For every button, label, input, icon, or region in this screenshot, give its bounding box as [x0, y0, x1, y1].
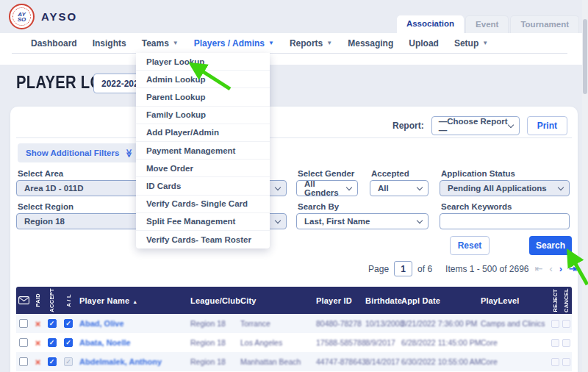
col-header-league-club[interactable]: League/Club	[189, 296, 239, 305]
league-club-cell: Region 18	[189, 357, 239, 366]
al-checkbox[interactable]: ✓	[64, 357, 73, 366]
search-button[interactable]: Search	[529, 236, 572, 255]
nav-item-dashboard[interactable]: Dashboard	[31, 38, 77, 49]
scrollbar-thumb[interactable]	[583, 19, 587, 94]
tab-tournament[interactable]: Tournament	[510, 15, 579, 33]
nav-item-players-admins[interactable]: Players / Admins▼	[194, 38, 274, 49]
table-row: × ✓ ✓ Abata, Noelle Region 18 Los Angele…	[16, 333, 572, 352]
accept-checkbox[interactable]: ✓	[48, 338, 57, 347]
double-chevron-down-icon: ≫	[125, 149, 135, 157]
filters-panel: Report: —Choose Report— Print Show Addit…	[10, 107, 578, 372]
reject-checkbox[interactable]	[551, 339, 559, 347]
search-by-label: Search By	[298, 202, 339, 211]
pagination: Page of 6 Items 1 - 500 of 2696 ⇤ ‹ › ⇥	[368, 261, 578, 276]
row-select-checkbox[interactable]	[19, 319, 28, 328]
scrollbar-track[interactable]	[582, 0, 588, 372]
search-keywords-input[interactable]	[440, 213, 570, 229]
col-header-appl-date[interactable]: Appl Date	[400, 296, 479, 305]
reject-checkbox[interactable]	[551, 320, 559, 328]
page-count: of 6	[417, 264, 432, 274]
application-status-label: Application Status	[441, 169, 515, 178]
menu-item-verify-cards-roster[interactable]: Verify Cards- Team Roster	[136, 231, 270, 248]
accepted-dropdown[interactable]: All	[370, 180, 429, 196]
col-header-player-id[interactable]: Player ID	[315, 296, 364, 305]
search-by-dropdown[interactable]: Last, First Name	[296, 213, 429, 229]
nav-item-messaging[interactable]: Messaging	[348, 38, 393, 49]
reset-button[interactable]: Reset	[450, 236, 490, 255]
menu-item-player-lookup[interactable]: Player Lookup	[136, 53, 270, 71]
tab-association[interactable]: Association	[397, 15, 464, 33]
report-select[interactable]: —Choose Report—	[431, 116, 520, 135]
al-checkbox[interactable]: ✓	[64, 319, 73, 328]
menu-item-payment-management[interactable]: Payment Management	[136, 142, 270, 160]
page-label: Page	[368, 264, 389, 274]
chevron-down-icon	[417, 184, 423, 190]
players-admins-dropdown-menu: Player Lookup Admin Lookup Parent Lookup…	[136, 53, 270, 248]
mode-tabs: Association Event Tournament	[397, 15, 579, 33]
city-cell: Manhattan Beach	[239, 357, 315, 366]
menu-item-split-fee-management[interactable]: Split Fee Management	[136, 213, 270, 231]
report-label: Report:	[392, 121, 424, 131]
al-checkbox[interactable]: ✓	[64, 338, 73, 347]
application-status-dropdown[interactable]: Pending All Applications	[440, 180, 570, 196]
col-header-cancel[interactable]: CANCEL	[563, 288, 570, 312]
col-header-paid[interactable]: PAID	[35, 293, 41, 307]
col-header-playlevel[interactable]: PlayLevel	[479, 296, 549, 305]
menu-item-id-cards[interactable]: ID Cards	[136, 177, 270, 195]
cancel-checkbox[interactable]	[562, 358, 570, 366]
menu-item-family-lookup[interactable]: Family Lookup	[136, 107, 270, 124]
ayso-logo-text: AYSO	[18, 12, 26, 22]
menu-item-add-player-admin[interactable]: Add Player/Admin	[136, 124, 270, 142]
menu-item-move-order[interactable]: Move Order	[136, 160, 270, 177]
ayso-logo-icon: AYSO	[9, 4, 35, 29]
cancel-checkbox[interactable]	[562, 339, 570, 347]
menu-item-parent-lookup[interactable]: Parent Lookup	[136, 88, 270, 106]
nav-item-upload[interactable]: Upload	[409, 38, 439, 49]
next-page-icon[interactable]: ›	[559, 264, 563, 273]
col-header-player-name[interactable]: Player Name▲	[78, 296, 189, 305]
col-header-reject[interactable]: REJECT	[552, 289, 559, 312]
player-name-link[interactable]: Abata, Noelle	[78, 338, 189, 347]
prev-page-icon[interactable]: ‹	[548, 264, 553, 273]
city-cell: Los Angeles	[239, 338, 315, 347]
tab-event[interactable]: Event	[465, 15, 509, 33]
nav-item-setup[interactable]: Setup▼	[454, 38, 488, 49]
envelope-icon[interactable]	[18, 296, 29, 304]
row-select-checkbox[interactable]	[19, 338, 28, 347]
col-header-accept[interactable]: ACCEPT	[49, 288, 55, 312]
cancel-checkbox[interactable]	[562, 320, 570, 328]
accept-checkbox[interactable]: ✓	[48, 357, 57, 366]
reject-checkbox[interactable]	[551, 358, 559, 366]
nav-item-insights[interactable]: Insights	[93, 38, 126, 49]
select-region-label: Select Region	[18, 202, 74, 211]
player-id-cell: 17588-585788	[315, 338, 364, 347]
nav-item-reports[interactable]: Reports▼	[290, 38, 332, 49]
page-number-input[interactable]	[394, 261, 412, 276]
last-page-icon[interactable]: ⇥	[568, 264, 578, 273]
menu-item-admin-lookup[interactable]: Admin Lookup	[136, 71, 270, 88]
nav-item-teams[interactable]: Teams▼	[142, 38, 179, 49]
col-header-birthdate[interactable]: Birthdate	[364, 296, 400, 305]
city-cell: Torrance	[239, 319, 315, 328]
show-additional-filters-button[interactable]: Show Additional Filters ≫	[18, 143, 142, 162]
chevron-down-icon	[558, 184, 564, 190]
player-name-link[interactable]: Abad, Olive	[78, 319, 189, 328]
player-name-link[interactable]: Abdelmalek, Anthony	[78, 357, 189, 366]
ayso-logo-ring: AYSO	[12, 7, 31, 26]
first-page-icon[interactable]: ⇤	[534, 264, 544, 273]
appl-date-cell: 6/28/2022 11:45:00 PM	[400, 338, 479, 347]
player-id-cell: 44747-878643	[315, 357, 364, 366]
print-button[interactable]: Print	[527, 116, 567, 135]
sort-asc-icon: ▲	[132, 299, 137, 304]
accept-checkbox[interactable]: ✓	[48, 319, 57, 328]
paid-x-icon: ×	[35, 319, 41, 329]
select-gender-dropdown[interactable]: All Genders	[296, 180, 358, 196]
chevron-down-icon	[507, 121, 513, 127]
row-select-checkbox[interactable]	[19, 357, 28, 366]
birthdate-cell: 8/14/2017	[364, 357, 400, 366]
col-header-al[interactable]: A / L	[65, 294, 72, 307]
league-club-cell: Region 18	[189, 338, 239, 347]
menu-item-verify-cards-single[interactable]: Verify Cards- Single Card	[136, 196, 270, 213]
col-header-city[interactable]: City	[239, 296, 315, 305]
panel-divider	[16, 137, 572, 138]
